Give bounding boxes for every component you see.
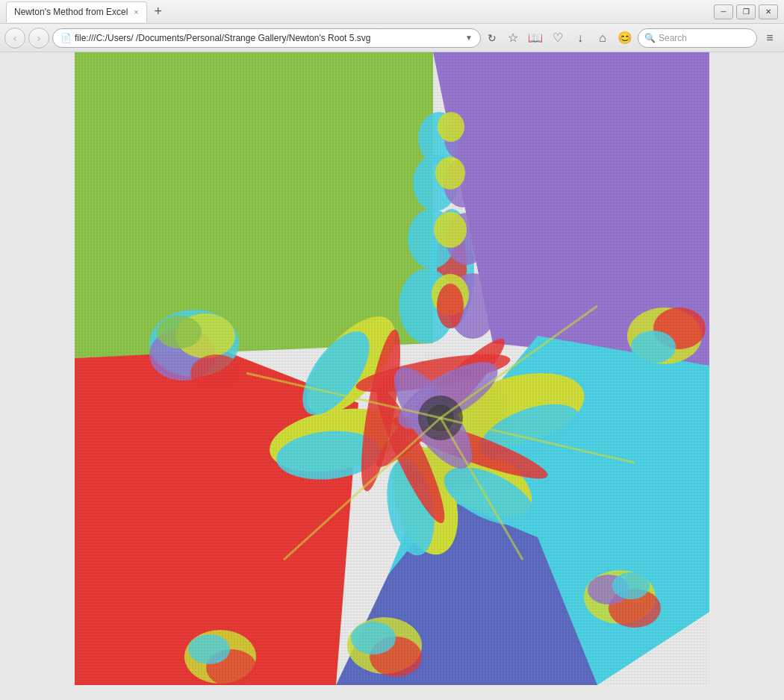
tab-label: Newton's Method from Excel bbox=[14, 7, 128, 17]
search-icon: 🔍 bbox=[644, 33, 656, 43]
search-placeholder: Search bbox=[659, 33, 687, 43]
close-button[interactable]: ✕ bbox=[759, 4, 778, 19]
svg-rect-65 bbox=[75, 52, 709, 685]
nav-bar: ‹ › 📄 file:///C:/Users/ /Documents/Perso… bbox=[0, 24, 784, 52]
nav-icons: ☆ 📖 ♡ ↓ ⌂ 😊 bbox=[503, 28, 635, 48]
window-controls: ─ ❒ ✕ bbox=[714, 4, 778, 19]
home-icon[interactable]: ⌂ bbox=[593, 28, 612, 48]
feedback-icon[interactable]: 😊 bbox=[615, 28, 635, 48]
bookmark-star-icon[interactable]: ☆ bbox=[503, 28, 523, 48]
restore-button[interactable]: ❒ bbox=[736, 4, 756, 19]
new-tab-button[interactable]: + bbox=[149, 2, 168, 22]
content-area bbox=[0, 52, 784, 700]
active-tab[interactable]: Newton's Method from Excel × bbox=[6, 1, 147, 22]
forward-button[interactable]: › bbox=[28, 28, 49, 49]
address-text: file:///C:/Users/ /Documents/Personal/St… bbox=[75, 33, 465, 43]
file-icon: 📄 bbox=[60, 33, 72, 43]
minimize-button[interactable]: ─ bbox=[714, 4, 733, 19]
fractal-svg bbox=[75, 52, 709, 685]
tab-close-button[interactable]: × bbox=[134, 7, 138, 16]
tabs-container: Newton's Method from Excel × + bbox=[6, 1, 714, 22]
address-bar[interactable]: 📄 file:///C:/Users/ /Documents/Personal/… bbox=[52, 28, 481, 48]
title-bar: Newton's Method from Excel × + ─ ❒ ✕ bbox=[0, 0, 784, 24]
fractal-image bbox=[75, 52, 709, 685]
search-bar[interactable]: 🔍 Search bbox=[638, 28, 757, 48]
favorites-icon[interactable]: ♡ bbox=[548, 28, 567, 48]
refresh-button[interactable]: ↻ bbox=[484, 30, 500, 46]
reading-view-icon[interactable]: 📖 bbox=[526, 28, 545, 48]
address-dropdown-icon[interactable]: ▼ bbox=[465, 34, 473, 42]
download-icon[interactable]: ↓ bbox=[570, 28, 590, 48]
back-button[interactable]: ‹ bbox=[4, 28, 25, 49]
menu-icon[interactable]: ≡ bbox=[760, 28, 780, 48]
